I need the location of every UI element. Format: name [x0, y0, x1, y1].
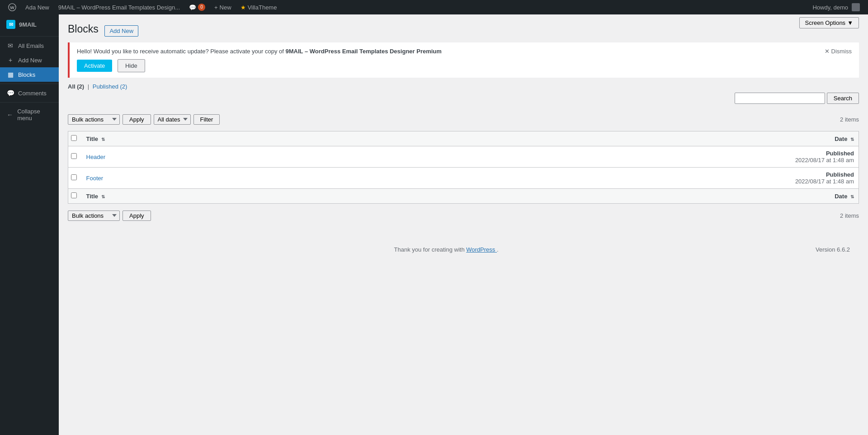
filter-all-link[interactable]: All (2): [68, 83, 86, 90]
row-select-header[interactable]: [71, 153, 77, 159]
admin-menu: ✉ 9MAIL ✉ All Emails + Add New ▦ Blocks …: [0, 14, 59, 435]
menu-divider-1: [0, 36, 59, 37]
screen-options-button[interactable]: Screen Options ▼: [799, 17, 859, 28]
table-row: Footer Published 2022/08/17 at 1:48 am: [68, 168, 859, 189]
wordpress-link[interactable]: WordPress: [466, 246, 497, 253]
apply-top-button[interactable]: Apply: [123, 114, 151, 125]
filter-published-link[interactable]: Published (2): [93, 83, 127, 90]
select-all-checkbox-top[interactable]: [71, 135, 77, 141]
brand-icon: ✉: [6, 20, 15, 29]
comments-bubble-icon: 💬: [189, 4, 196, 11]
activation-notice: Hello! Would you like to receive automat…: [68, 42, 859, 78]
tfoot-title-sort-arrows: ⇅: [101, 194, 105, 199]
add-new-button[interactable]: Add New: [104, 25, 138, 37]
page-title: Blocks: [68, 19, 99, 37]
items-count-top: 2 items: [840, 116, 859, 123]
all-emails-icon: ✉: [6, 42, 14, 49]
filter-button[interactable]: Filter: [193, 114, 220, 125]
apply-bottom-button[interactable]: Apply: [123, 210, 151, 221]
plugin-name: 9MAIL – WordPress Email Templates Design…: [286, 48, 442, 55]
howdy-item[interactable]: Howdy, demo: [808, 0, 864, 14]
search-submit-button[interactable]: Search: [827, 93, 859, 104]
main-content: Screen Options ▼ Blocks Add New Hello! W…: [59, 14, 868, 435]
th-checkbox: [68, 131, 82, 146]
hide-button[interactable]: Hide: [118, 59, 145, 72]
tablenav-top: Bulk actions Edit Move to Trash Apply Al…: [68, 111, 859, 127]
blocks-table: Title ⇅ Date ⇅ Header: [68, 131, 859, 204]
table-foot: Title ⇅ Date ⇅: [68, 189, 859, 204]
site-name-label: Ada New: [25, 4, 49, 11]
table-row: Header Published 2022/08/17 at 1:48 am: [68, 146, 859, 168]
brand-item[interactable]: ✉ 9MAIL: [0, 14, 59, 34]
howdy-text: Howdy, demo: [812, 4, 848, 11]
wp-footer: Thank you for creating with WordPress . …: [68, 242, 859, 257]
header-title-link[interactable]: Header: [86, 154, 106, 160]
blocks-label: Blocks: [18, 71, 35, 78]
tab-title-label: 9MAIL – WordPress Email Templates Design…: [58, 4, 180, 11]
star-icon: ★: [241, 4, 246, 11]
cell-date-footer: Published 2022/08/17 at 1:48 am: [310, 168, 859, 189]
collapse-menu-label: Collapse menu: [17, 108, 52, 122]
row-checkbox-footer: [68, 168, 82, 189]
comments-item[interactable]: 💬 0: [184, 0, 210, 14]
tablenav-bottom: Bulk actions Edit Move to Trash Apply 2 …: [68, 207, 859, 224]
page-header: Blocks Add New: [68, 19, 859, 37]
wp-wrap: ✉ 9MAIL ✉ All Emails + Add New ▦ Blocks …: [0, 0, 868, 435]
bulk-actions-bottom-select[interactable]: Bulk actions Edit Move to Trash: [68, 210, 120, 221]
tfoot-th-date[interactable]: Date ⇅: [310, 189, 859, 204]
sidebar-item-all-emails[interactable]: ✉ All Emails: [0, 38, 59, 53]
search-box: Search: [735, 93, 859, 104]
cell-date-header: Published 2022/08/17 at 1:48 am: [310, 146, 859, 168]
screen-options-chevron: ▼: [847, 19, 853, 26]
dates-filter-select[interactable]: All dates: [154, 114, 191, 125]
footer-title-link[interactable]: Footer: [86, 175, 104, 182]
plus-icon: +: [214, 4, 218, 11]
row-checkbox-header: [68, 146, 82, 168]
select-all-checkbox-bottom[interactable]: [71, 192, 77, 198]
menu-divider-2: [0, 84, 59, 84]
tfoot-date-sort-arrows: ⇅: [850, 194, 854, 199]
add-new-label: Add New: [18, 57, 42, 64]
all-emails-label: All Emails: [18, 42, 44, 49]
user-avatar: [852, 3, 860, 11]
row-select-footer[interactable]: [71, 174, 77, 180]
dismiss-button[interactable]: ✕ Dismiss: [825, 48, 852, 55]
site-name-item[interactable]: Ada New: [21, 0, 54, 14]
add-new-icon: +: [6, 56, 14, 64]
version-text: Version 6.6.2: [816, 246, 850, 253]
filter-row: All (2) | Published (2) Search: [68, 83, 859, 108]
th-date[interactable]: Date ⇅: [310, 131, 859, 146]
thank-you-text: Thank you for creating with: [394, 246, 467, 253]
table-head: Title ⇅ Date ⇅: [68, 131, 859, 146]
new-content-item[interactable]: + New: [210, 0, 236, 14]
screen-options-label: Screen Options: [805, 19, 846, 26]
tab-title-item[interactable]: 9MAIL – WordPress Email Templates Design…: [54, 0, 184, 14]
notice-text: Hello! Would you like to receive automat…: [77, 48, 820, 55]
notice-actions: Activate Hide: [77, 59, 820, 72]
comments-menu-label: Comments: [18, 90, 47, 97]
cell-title-header: Header: [82, 146, 310, 168]
collapse-icon: ←: [6, 111, 14, 118]
bulk-actions-top-select[interactable]: Bulk actions Edit Move to Trash: [68, 114, 120, 125]
items-count-bottom: 2 items: [840, 212, 859, 219]
comments-count-badge: 0: [198, 4, 205, 11]
sidebar-item-comments[interactable]: 💬 Comments: [0, 86, 59, 100]
collapse-menu-item[interactable]: ← Collapse menu: [0, 104, 59, 125]
activate-button[interactable]: Activate: [77, 60, 112, 72]
table-body: Header Published 2022/08/17 at 1:48 am: [68, 146, 859, 189]
dismiss-x-icon: ✕: [825, 48, 830, 55]
villa-theme-item[interactable]: ★ VillaTheme: [236, 0, 282, 14]
tfoot-th-title[interactable]: Title ⇅: [82, 189, 310, 204]
sidebar-item-blocks[interactable]: ▦ Blocks: [0, 67, 59, 82]
blocks-icon: ▦: [6, 71, 14, 78]
sidebar-item-add-new[interactable]: + Add New: [0, 53, 59, 67]
th-title[interactable]: Title ⇅: [82, 131, 310, 146]
new-label: New: [220, 4, 231, 11]
admin-bar: W Ada New 9MAIL – WordPress Email Templa…: [0, 0, 868, 14]
title-sort-arrows: ⇅: [101, 137, 105, 142]
search-input[interactable]: [735, 93, 825, 104]
wp-logo-item[interactable]: W: [4, 0, 21, 14]
screen-options-container: Screen Options ▼: [68, 14, 859, 19]
menu-divider-3: [0, 102, 59, 103]
date-sort-arrows: ⇅: [850, 137, 854, 142]
